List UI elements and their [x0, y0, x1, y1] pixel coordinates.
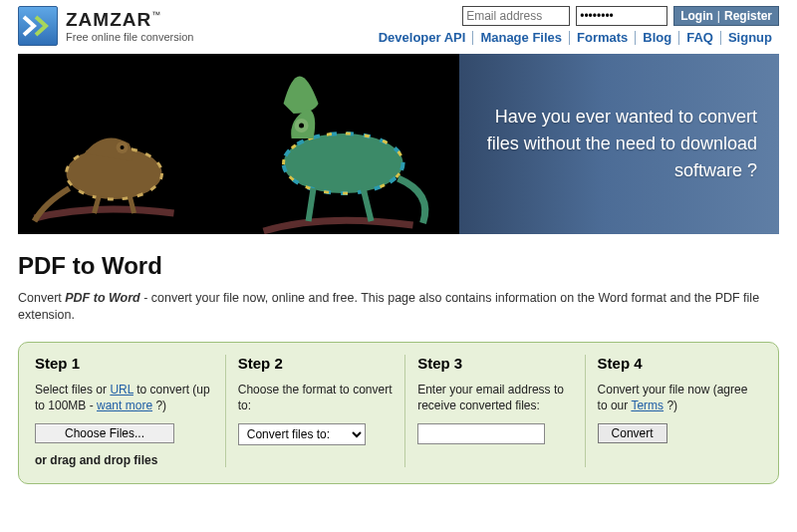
step-3-text: Enter your email address to receive conv…	[417, 382, 572, 413]
recipient-email-input[interactable]	[417, 423, 545, 444]
nav-formats[interactable]: Formats	[570, 30, 635, 45]
zamzar-logo-icon	[18, 6, 58, 46]
url-link[interactable]: URL	[110, 383, 133, 397]
step-4: Step 4 Convert your file now (agree to o…	[585, 355, 764, 467]
nav-manage-files[interactable]: Manage Files	[473, 30, 569, 45]
nav-signup[interactable]: Signup	[721, 30, 779, 45]
password-input[interactable]	[576, 6, 667, 26]
login-register-button[interactable]: Login | Register	[673, 6, 779, 26]
step-3-title: Step 3	[417, 355, 572, 372]
step-2-text: Choose the format to convert to:	[238, 382, 393, 413]
nav-blog[interactable]: Blog	[636, 30, 678, 45]
step-3: Step 3 Enter your email address to recei…	[404, 355, 584, 467]
step-4-text: Convert your file now (agree to our Term…	[598, 382, 752, 413]
terms-link[interactable]: Terms	[631, 399, 664, 412]
logo[interactable]: ZAMZAR™ Free online file conversion	[18, 6, 193, 46]
choose-files-button[interactable]: Choose Files...	[35, 423, 174, 443]
nav-developer-api[interactable]: Developer API	[372, 30, 473, 45]
email-input[interactable]	[462, 6, 570, 26]
page-title: PDF to Word	[18, 252, 779, 280]
step-1-title: Step 1	[35, 355, 213, 372]
top-nav: Developer API Manage Files Formats Blog …	[372, 30, 779, 45]
convert-button[interactable]: Convert	[598, 423, 667, 443]
brand-name: ZAMZAR™	[66, 9, 193, 31]
format-select[interactable]: Convert files to:	[238, 423, 366, 445]
drag-drop-label: or drag and drop files	[35, 453, 213, 467]
step-4-title: Step 4	[598, 355, 752, 372]
svg-point-9	[299, 124, 304, 129]
conversion-steps: Step 1 Select files or URL to convert (u…	[18, 342, 779, 484]
step-1: Step 1 Select files or URL to convert (u…	[33, 355, 225, 467]
step-2-title: Step 2	[238, 355, 393, 372]
page-description: Convert PDF to Word - convert your file …	[18, 290, 779, 324]
hero-image	[18, 54, 459, 234]
hero-slogan: Have you ever wanted to convert files wi…	[481, 104, 757, 184]
hero-banner: Have you ever wanted to convert files wi…	[18, 54, 779, 234]
step-2: Step 2 Choose the format to convert to: …	[225, 355, 404, 467]
want-more-link[interactable]: want more	[97, 399, 152, 412]
tagline: Free online file conversion	[66, 31, 193, 43]
step-1-text: Select files or URL to convert (up to 10…	[35, 382, 213, 413]
svg-point-4	[121, 145, 125, 149]
nav-faq[interactable]: FAQ	[679, 30, 720, 45]
